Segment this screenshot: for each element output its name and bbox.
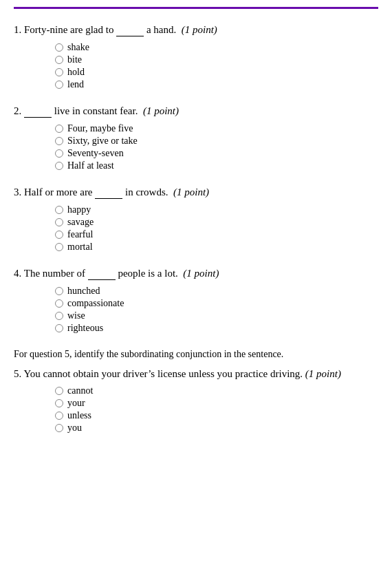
q4-options: hunched compassionate wise righteous: [55, 286, 378, 334]
option-item[interactable]: bite: [55, 54, 378, 65]
option-label: cannot: [67, 385, 93, 396]
radio-icon[interactable]: [55, 399, 63, 407]
option-item[interactable]: wise: [55, 310, 378, 321]
option-item[interactable]: unless: [55, 410, 378, 421]
q1-blank: [116, 24, 144, 36]
question-5-options: cannot your unless you: [55, 385, 378, 434]
option-label: fearful: [67, 229, 93, 240]
radio-icon[interactable]: [55, 312, 63, 320]
q1-point: (1 point): [182, 24, 217, 35]
option-label: you: [67, 423, 82, 434]
option-label: shake: [67, 42, 89, 53]
radio-icon[interactable]: [55, 424, 63, 432]
option-item[interactable]: hold: [55, 67, 378, 78]
q3-number: 3.: [14, 186, 24, 198]
q1-options: shake bite hold lend: [55, 42, 378, 90]
option-item[interactable]: Seventy-seven: [55, 148, 378, 159]
option-label: hunched: [67, 286, 100, 297]
q4-text-before: The number of: [24, 268, 88, 279]
question-4-text: 4. The number of people is a lot. (1 poi…: [14, 268, 378, 280]
question-4-block: 4. The number of people is a lot. (1 poi…: [14, 268, 378, 334]
question-5-point: (1 point): [305, 368, 341, 379]
q1-text-after: a hand.: [144, 24, 176, 35]
q3-point: (1 point): [173, 186, 209, 198]
question-1-text: 1. Forty-nine are glad to a hand. (1 poi…: [14, 24, 378, 36]
q2-options: Four, maybe five Sixty, give or take Sev…: [55, 123, 378, 171]
option-label: your: [67, 398, 85, 409]
option-label: lend: [67, 79, 84, 90]
question-5-block: 5. You cannot obtain your driver’s licen…: [14, 368, 378, 434]
option-label: compassionate: [67, 298, 124, 309]
radio-icon[interactable]: [55, 231, 63, 239]
option-label: Seventy-seven: [67, 148, 124, 159]
q4-blank: [88, 268, 116, 280]
q2-text-after: live in constant fear.: [52, 105, 138, 116]
question-1-block: 1. Forty-nine are glad to a hand. (1 poi…: [14, 24, 378, 90]
radio-icon[interactable]: [55, 125, 63, 133]
q3-text-after: in crowds.: [122, 186, 168, 198]
option-item[interactable]: your: [55, 398, 378, 409]
option-item[interactable]: savage: [55, 217, 378, 228]
option-item[interactable]: fearful: [55, 229, 378, 240]
option-item[interactable]: Half at least: [55, 160, 378, 171]
radio-icon[interactable]: [55, 387, 63, 395]
q3-text-before: Half or more are: [24, 186, 95, 198]
option-item[interactable]: cannot: [55, 385, 378, 396]
option-label: hold: [67, 67, 85, 78]
option-item[interactable]: compassionate: [55, 298, 378, 309]
radio-icon[interactable]: [55, 412, 63, 420]
option-label: happy: [67, 204, 91, 215]
q2-point: (1 point): [143, 105, 179, 116]
question-2-text: 2. live in constant fear. (1 point): [14, 105, 378, 118]
radio-icon[interactable]: [55, 137, 63, 145]
radio-icon[interactable]: [55, 68, 63, 76]
option-label: righteous: [67, 323, 103, 334]
radio-icon[interactable]: [55, 81, 63, 89]
option-item[interactable]: Sixty, give or take: [55, 136, 378, 147]
question-5-sentence: You cannot obtain your driver’s license …: [23, 368, 303, 379]
radio-icon[interactable]: [55, 287, 63, 295]
q2-blank: [24, 105, 52, 118]
radio-icon[interactable]: [55, 43, 63, 52]
option-item[interactable]: shake: [55, 42, 378, 53]
option-label: Four, maybe five: [67, 123, 133, 134]
question-3-block: 3. Half or more are in crowds. (1 point)…: [14, 186, 378, 253]
option-label: Sixty, give or take: [67, 136, 138, 147]
option-item[interactable]: mortal: [55, 242, 378, 253]
question-2-block: 2. live in constant fear. (1 point) Four…: [14, 105, 378, 171]
question-5-text: 5. You cannot obtain your driver’s licen…: [14, 368, 378, 380]
question-5-number: 5.: [14, 368, 23, 379]
radio-icon[interactable]: [55, 206, 63, 214]
radio-icon[interactable]: [55, 243, 63, 251]
radio-icon[interactable]: [55, 218, 63, 226]
option-item[interactable]: hunched: [55, 286, 378, 297]
option-item[interactable]: righteous: [55, 323, 378, 334]
q4-text-after: people is a lot.: [116, 268, 178, 279]
q3-options: happy savage fearful mortal: [55, 204, 378, 253]
option-item[interactable]: you: [55, 423, 378, 434]
radio-icon[interactable]: [55, 149, 63, 158]
q2-number: 2.: [14, 105, 24, 116]
radio-icon[interactable]: [55, 299, 63, 308]
option-label: bite: [67, 54, 82, 65]
q3-blank: [95, 186, 122, 199]
option-label: unless: [67, 410, 91, 421]
q4-number: 4.: [14, 268, 24, 279]
q1-text-before: Forty-nine are glad to: [24, 24, 116, 35]
header: [14, 7, 378, 14]
radio-icon[interactable]: [55, 162, 63, 170]
radio-icon[interactable]: [55, 56, 63, 64]
option-item[interactable]: happy: [55, 204, 378, 215]
option-label: savage: [67, 217, 94, 228]
option-label: mortal: [67, 242, 93, 253]
q4-point: (1 point): [183, 268, 219, 279]
option-item[interactable]: Four, maybe five: [55, 123, 378, 134]
radio-icon[interactable]: [55, 324, 63, 332]
option-item[interactable]: lend: [55, 79, 378, 90]
option-label: Half at least: [67, 160, 114, 171]
q1-number: 1.: [14, 24, 24, 35]
divider-note: For question 5, identify the subordinati…: [14, 349, 378, 360]
option-label: wise: [67, 310, 85, 321]
question-3-text: 3. Half or more are in crowds. (1 point): [14, 186, 378, 199]
